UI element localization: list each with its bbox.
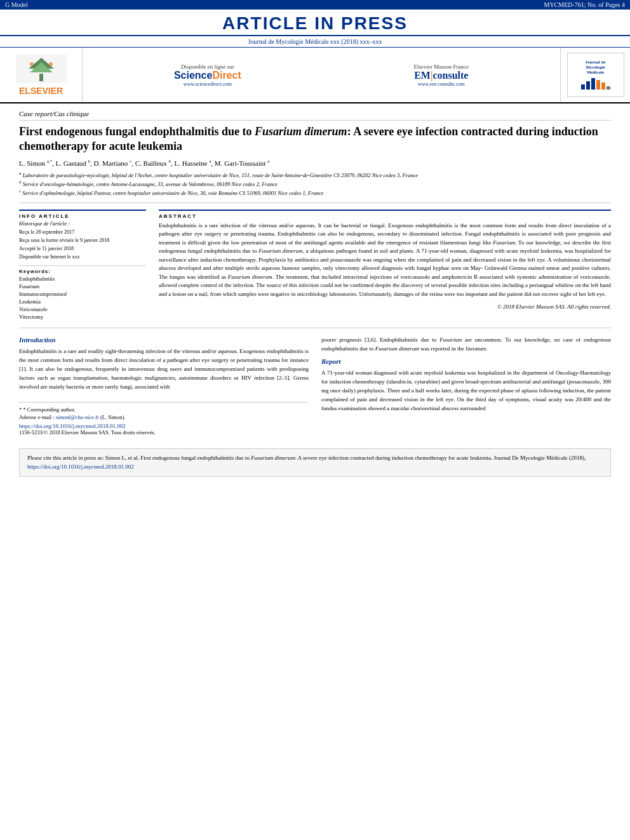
mycologie-journal-logo: Journal deMycologieMédicale — [567, 53, 624, 97]
keyword-3: Immunocompromised — [19, 291, 146, 297]
abstract-fusarium-2: Fusarium dimerum — [228, 274, 272, 280]
svg-point-4 — [30, 62, 34, 66]
report-heading: Report — [321, 357, 611, 365]
abstract-title: ABSTRACT — [159, 211, 611, 222]
affiliation-b: b Service d'oncologie-hématologie, centr… — [19, 180, 611, 189]
elsevier-tree-icon — [16, 55, 67, 83]
affiliations-section: a Laboratoire de parasitologie-mycologie… — [19, 171, 611, 203]
article-title: First endogenous fungal endophthalmitis … — [19, 124, 611, 154]
issn-line: 1156-5233/© 2018 Elsevier Masson SAS. To… — [19, 429, 309, 436]
keyword-2: Fusarium — [19, 283, 146, 290]
body-section: Introduction Endophthalmitis is a rare a… — [19, 336, 611, 436]
model-number: MYCMED-761; No. of Pages 4 — [544, 1, 626, 8]
introduction-text: Endophthalmitis is a rare and readily si… — [19, 347, 309, 392]
elsevier-logo: ELSEVIER — [16, 55, 67, 96]
case-report-label: Case report/Cas clinique — [19, 110, 611, 121]
abstract-fusarium-dimerum-1: Fusarium dimerum — [258, 248, 303, 254]
science-word: Science — [174, 70, 212, 81]
elsevier-logo-box: ELSEVIER — [0, 48, 83, 102]
introduction-heading: Introduction — [19, 336, 309, 343]
body-left-col: Introduction Endophthalmitis is a rare a… — [19, 336, 309, 436]
email-link: simonl@chu-nice.fr — [56, 414, 99, 420]
keyword-5: Voriconazole — [19, 306, 146, 312]
section-divider — [19, 328, 611, 328]
em-consulte-block: Elsevier Masson France EM|consulte www.e… — [414, 63, 469, 87]
copyright-line: © 2018 Elsevier Masson SAS. All rights r… — [159, 303, 611, 310]
journal-title-line: Journal de Mycologie Médicale xxx (2018)… — [0, 36, 630, 48]
svg-rect-10 — [601, 83, 605, 90]
doi-link: https://doi.org/10.1016/j.mycmed.2018.01… — [19, 423, 309, 429]
email-label: Adresse e-mail : — [19, 414, 55, 420]
abstract-fusarium-1: Fusarium — [493, 239, 515, 246]
journal-title: Journal de Mycologie Médicale xxx (2018)… — [248, 38, 382, 45]
svg-rect-9 — [596, 80, 600, 90]
mycologie-title: Journal deMycologieMédicale — [585, 60, 605, 75]
citation-box: Please cite this article in press as: Si… — [19, 448, 611, 477]
date-accepted: Accepté le 11 janvier 2018 — [19, 245, 146, 252]
elsevier-masson-text: Elsevier Masson France — [414, 63, 469, 70]
main-content: Case report/Cas clinique First endogenou… — [0, 103, 630, 442]
keyword-6: Vitrectomy — [19, 314, 146, 320]
science-direct-block: Disponible en ligne sur ScienceDirect ww… — [174, 63, 241, 87]
fusarium-dimerum-right: Fusarium dimerum — [375, 345, 419, 352]
email-row: Adresse e-mail : simonl@chu-nice.fr (L. … — [19, 414, 309, 420]
title-italic-species: Fusarium dimerum — [255, 125, 347, 138]
available-text: Disponible en ligne sur — [174, 63, 241, 70]
citation-species: Fusarium dimerum — [251, 455, 295, 461]
direct-word: Direct — [212, 70, 241, 81]
affiliation-c: c Service d'ophtalmologie, hôpital Paste… — [19, 189, 611, 197]
article-in-press-banner: ARTICLE IN PRESS — [0, 10, 630, 36]
svg-point-5 — [49, 62, 53, 66]
keywords-title: Keywords: — [19, 269, 146, 274]
top-bar: G Model MYCMED-761; No. of Pages 4 — [0, 0, 630, 10]
svg-rect-1 — [39, 74, 43, 81]
date-revised: Reçu sous la forme révisée le 9 janvier … — [19, 237, 146, 244]
science-direct-url: www.sciencedirect.com — [174, 81, 241, 87]
footnote-section: * * Corresponding author. Adresse e-mail… — [19, 402, 309, 420]
keywords-section: Keywords: Endophthalmitis Fusarium Immun… — [19, 265, 146, 320]
svg-rect-8 — [591, 78, 595, 90]
info-article-col: INFO ARTICLE Historique de l'article : R… — [19, 210, 146, 321]
abstract-col: ABSTRACT Endophthalmitis is a rare infec… — [159, 210, 611, 321]
svg-rect-7 — [586, 81, 590, 90]
info-abstract-section: INFO ARTICLE Historique de l'article : R… — [19, 210, 611, 321]
email-suffix: (L. Simon). — [100, 414, 125, 420]
consulte-text: consulte — [432, 70, 468, 81]
corresponding-label: * Corresponding author. — [23, 406, 75, 413]
author-simon: L. Simon a,*, L. Gastaud b, D. Martiano … — [19, 159, 269, 167]
banner-title: ARTICLE IN PRESS — [0, 13, 630, 34]
g-model-label: G Model — [5, 1, 28, 8]
science-direct-logo: ScienceDirect — [174, 70, 241, 81]
em-consulte-logo: EM|consulte — [414, 70, 469, 81]
report-text: A 71-year-old woman diagnosed with acute… — [321, 369, 611, 413]
info-article-box: INFO ARTICLE Historique de l'article : R… — [19, 210, 146, 321]
em-text: EM — [414, 70, 431, 81]
historique-title: Historique de l'article : — [19, 220, 146, 227]
fusarium-right-1: Fusarium — [439, 337, 462, 343]
keyword-4: Leukemia — [19, 298, 146, 305]
svg-rect-6 — [581, 84, 585, 90]
info-article-title: INFO ARTICLE — [19, 211, 146, 220]
elsevier-wordmark: ELSEVIER — [16, 86, 67, 96]
affiliation-a: a Laboratoire de parasitologie-mycologie… — [19, 171, 611, 180]
citation-doi: https://doi.org/10.1016/j.mycmed.2018.01… — [27, 463, 134, 470]
mycologie-logo-box: Journal deMycologieMédicale — [560, 48, 630, 102]
body-right-col: poorer prognosis [3,6]. Endophthalmitis … — [321, 336, 611, 436]
date-received: Reçu le 28 septembre 2017 — [19, 229, 146, 236]
keyword-1: Endophthalmitis — [19, 276, 146, 282]
corresponding-author-note: * * Corresponding author. — [19, 406, 309, 413]
authors-line: L. Simon a,*, L. Gastaud b, D. Martiano … — [19, 159, 611, 168]
mycologie-chart-icon — [580, 75, 612, 91]
header-logos: ELSEVIER Disponible en ligne sur Science… — [0, 48, 630, 103]
svg-rect-11 — [607, 86, 610, 90]
abstract-text: Endophthalmitis is a rare infection of t… — [159, 222, 611, 299]
right-intro-text: poorer prognosis [3,6]. Endophthalmitis … — [321, 336, 611, 354]
date-available: Disponible sur Internet le xxx — [19, 253, 146, 260]
abstract-box: ABSTRACT Endophthalmitis is a rare infec… — [159, 210, 611, 310]
publisher-info: Disponible en ligne sur ScienceDirect ww… — [83, 48, 560, 102]
em-consulte-url: www.em-consulte.com — [414, 81, 469, 87]
